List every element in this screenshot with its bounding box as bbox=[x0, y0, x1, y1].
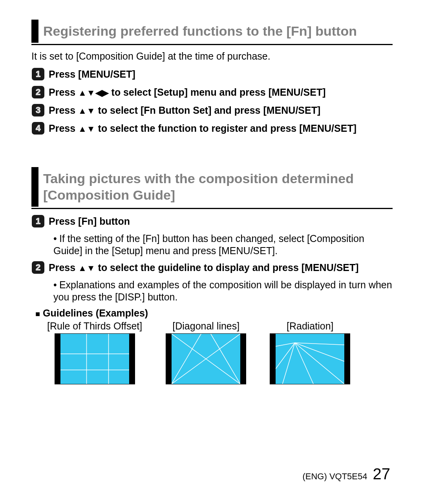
step-badge-icon: 2 bbox=[31, 86, 45, 99]
svg-text:1: 1 bbox=[36, 69, 40, 79]
step-text: Press [MENU/SET] bbox=[49, 67, 135, 81]
step-number-badge: 1 bbox=[31, 215, 45, 228]
heading-bar bbox=[31, 20, 38, 43]
step-badge-icon: 2 bbox=[31, 261, 45, 274]
direction-arrows-icon: ▲▼ bbox=[78, 125, 95, 133]
svg-text:2: 2 bbox=[36, 87, 40, 97]
instruction-step: 3 Press ▲▼ to select [Fn Button Set] and… bbox=[31, 104, 393, 117]
step-text: Press ▲▼◀▶ to select [Setup] menu and pr… bbox=[49, 86, 325, 99]
step-note: • Explanations and examples of the compo… bbox=[53, 279, 393, 304]
step-badge-icon: 4 bbox=[31, 122, 45, 135]
guideline-example: [Diagonal lines] bbox=[166, 320, 246, 384]
guidelines-title: Guidelines (Examples) bbox=[43, 307, 148, 318]
square-bullet-icon: ■ bbox=[35, 309, 40, 318]
guidelines-heading: ■ Guidelines (Examples) bbox=[35, 307, 393, 319]
example-label: [Radiation] bbox=[287, 320, 334, 332]
step-badge-icon: 3 bbox=[31, 104, 45, 117]
example-label: [Rule of Thirds Offset] bbox=[47, 320, 142, 332]
doc-id: (ENG) VQT5E54 bbox=[302, 471, 367, 482]
example-thumbnail bbox=[270, 333, 350, 384]
instruction-step: 2 Press ▲▼ to select the guideline to di… bbox=[31, 261, 393, 274]
direction-arrows-icon: ▲▼ bbox=[78, 107, 95, 115]
example-thumbnail bbox=[55, 333, 135, 384]
section1-heading: Registering preferred functions to the [… bbox=[31, 20, 393, 43]
svg-rect-12 bbox=[60, 334, 129, 384]
section1-title: Registering preferred functions to the [… bbox=[38, 20, 357, 43]
heading-bar bbox=[31, 167, 38, 207]
step-note: • If the setting of the [Fn] button has … bbox=[53, 233, 393, 257]
step-text: Press ▲▼ to select the function to regis… bbox=[49, 122, 356, 135]
step-text: Press ▲▼ to select [Fn Button Set] and p… bbox=[49, 104, 320, 117]
direction-arrows-icon: ▲▼ bbox=[78, 264, 95, 273]
examples-row: [Rule of Thirds Offset] [Diagonal lines]… bbox=[47, 320, 393, 384]
svg-text:2: 2 bbox=[36, 262, 40, 272]
svg-text:1: 1 bbox=[36, 216, 40, 226]
step-text: Press [Fn] button bbox=[49, 215, 130, 228]
step-number-badge: 2 bbox=[31, 86, 45, 99]
section2-heading: Taking pictures with the composition det… bbox=[31, 167, 393, 207]
example-label: [Diagonal lines] bbox=[172, 320, 239, 332]
instruction-step: 4 Press ▲▼ to select the function to reg… bbox=[31, 122, 393, 135]
guideline-example: [Rule of Thirds Offset] bbox=[47, 320, 142, 384]
step-text: Press ▲▼ to select the guideline to disp… bbox=[49, 261, 359, 274]
direction-arrows-icon: ▲▼◀▶ bbox=[78, 89, 109, 97]
step-number-badge: 4 bbox=[31, 122, 45, 135]
svg-text:3: 3 bbox=[36, 105, 40, 115]
page-footer: (ENG) VQT5E54 27 bbox=[302, 465, 390, 483]
instruction-step: 2 Press ▲▼◀▶ to select [Setup] menu and … bbox=[31, 86, 393, 99]
guideline-example: [Radiation] bbox=[270, 320, 350, 384]
step-number-badge: 1 bbox=[31, 67, 45, 81]
step-number-badge: 3 bbox=[31, 104, 45, 117]
section2-title: Taking pictures with the composition det… bbox=[38, 167, 393, 207]
instruction-step: 1 Press [MENU/SET] bbox=[31, 67, 393, 81]
step-badge-icon: 1 bbox=[31, 215, 45, 228]
page-number: 27 bbox=[373, 465, 391, 483]
svg-text:4: 4 bbox=[36, 123, 41, 133]
heading-rule bbox=[31, 44, 393, 45]
heading-rule bbox=[31, 208, 393, 209]
step-number-badge: 2 bbox=[31, 261, 45, 274]
section1-intro: It is set to [Composition Guide] at the … bbox=[31, 51, 393, 62]
step-badge-icon: 1 bbox=[31, 67, 45, 81]
manual-page: Registering preferred functions to the [… bbox=[0, 0, 424, 400]
example-thumbnail bbox=[166, 333, 246, 384]
instruction-step: 1 Press [Fn] button bbox=[31, 215, 393, 228]
